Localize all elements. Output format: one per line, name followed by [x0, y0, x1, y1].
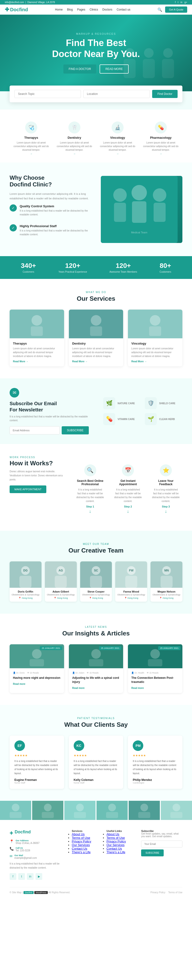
footer-useful-title: Useful Links: [107, 829, 134, 832]
nav-pages[interactable]: Pages: [77, 8, 85, 11]
footer-service-link[interactable]: About Us: [72, 832, 85, 836]
footer-yt-icon[interactable]: ▶: [35, 873, 42, 880]
search-location-input[interactable]: [83, 90, 150, 98]
nav-clinics[interactable]: Clinics: [90, 8, 98, 11]
footer-fb-icon[interactable]: f: [10, 873, 16, 880]
service-card-link[interactable]: Read More →: [13, 360, 28, 363]
service-card-image: [69, 310, 123, 338]
svg-point-21: [150, 315, 160, 326]
newsletter-desc: It is a long established fact that a rea…: [10, 415, 89, 422]
footer-privacy-link[interactable]: Privacy Policy: [150, 891, 165, 894]
footer-service-link[interactable]: Privacy Policy: [72, 840, 91, 843]
team-card-image: DG: [10, 562, 42, 588]
service-card-link[interactable]: Read More →: [72, 360, 88, 363]
gallery-item[interactable]: [161, 801, 192, 820]
team-card-name: Doris Griffin: [11, 590, 40, 593]
svg-text:MN: MN: [164, 569, 169, 572]
stats-bar: 340+ Customers 120+ Years Practical Expe…: [0, 256, 192, 279]
footer-service-link[interactable]: There's a Life: [72, 850, 91, 854]
gallery-item[interactable]: [0, 801, 31, 820]
quote-button[interactable]: Get A Quote: [165, 6, 187, 13]
newsletter-email-input[interactable]: [10, 426, 60, 434]
article-image: 25 JANUARY 2021: [69, 644, 123, 668]
navbar: ✚ Docfind Home Blog Pages Clinics Doctor…: [0, 5, 192, 14]
team-card: FW Fanna Wood Obstetricians & Gynaecolog…: [115, 562, 147, 602]
find-doctor-search-button[interactable]: Find Doctor: [152, 90, 178, 98]
footer-useful-link[interactable]: Terms of Use: [107, 836, 125, 840]
social-fb[interactable]: f: [175, 1, 176, 3]
search-icon[interactable]: 🔍: [157, 8, 162, 12]
team-card-location: 📍 Hong Kong: [117, 597, 145, 599]
service-card-image: [128, 310, 182, 338]
newsletter-icon-item: 💊 VITAMIN CARE: [103, 413, 141, 425]
mail-icon: ✉: [10, 388, 19, 398]
footer-service-link[interactable]: Contact Us: [72, 847, 87, 850]
gallery-item[interactable]: [32, 801, 63, 820]
footer-useful-link[interactable]: About Us: [107, 832, 119, 836]
step-number: Step 3: [152, 505, 180, 508]
article-meta: 👤 Dr. Adam 👁 1k Reads: [72, 671, 120, 674]
svg-point-48: [12, 803, 19, 811]
logo[interactable]: ✚ Docfind: [5, 6, 28, 13]
nav-home[interactable]: Home: [55, 8, 62, 11]
footer-useful-link[interactable]: Contact Us: [107, 847, 122, 850]
service-card-desc: Lorem ipsum dolor sit amet consectetur a…: [72, 347, 120, 358]
search-topic-input[interactable]: [14, 90, 81, 98]
footer-useful-link[interactable]: Privacy Policy: [107, 840, 126, 843]
why-feature-desc: It is a long established fact that a rea…: [20, 209, 91, 216]
nav-blog[interactable]: Blog: [67, 8, 73, 11]
service-card-link[interactable]: Read More →: [131, 360, 147, 363]
svg-point-60: [141, 803, 148, 811]
article-read-more-link[interactable]: Read more: [131, 687, 144, 689]
social-in[interactable]: in: [181, 1, 182, 3]
gallery-item[interactable]: [64, 801, 96, 820]
newsletter-icon-label: NATURE CARE: [118, 402, 135, 405]
team-card-body: Adam Gilbert Obstetricians & Gynaecology…: [45, 588, 77, 602]
how-step: 🔍 Search Best Online Professional It is …: [74, 460, 107, 519]
svg-point-51: [44, 803, 51, 811]
article-read-more-link[interactable]: Read more: [13, 682, 26, 685]
team-card-image: MN: [150, 562, 182, 588]
hero-content: Markup & Resources Find The BestDoctor N…: [47, 23, 145, 83]
article-date: 25 JANUARY 2021: [99, 646, 122, 650]
team-card-body: Fanna Wood Obstetricians & Gynaecology 📍…: [115, 588, 147, 602]
stat-number: 120+: [58, 262, 87, 270]
footer-address: 📍 Our Address Shop 214/ao, A-36067: [10, 839, 64, 845]
footer-useful-link[interactable]: There's a Life: [107, 850, 125, 854]
footer: ✚ Docfind 📍 Our Address Shop 214/ao, A-3…: [0, 820, 192, 899]
article-card: 25 JANUARY 2021 👤 Dr. Health 👁 1k Reads …: [128, 644, 182, 693]
newsletter-subscribe-button[interactable]: SUBSCRIBE: [62, 426, 89, 434]
social-tw[interactable]: t: [178, 1, 178, 3]
svg-text:FW: FW: [129, 569, 133, 572]
svg-rect-46: [148, 659, 163, 667]
article-read-more-link[interactable]: Read more: [72, 687, 85, 689]
article-reads: 👁 1k Reads: [147, 671, 158, 674]
newsletter-title: Subscribe Our EmailFor Newsletter: [10, 400, 89, 413]
service-card-desc: Lorem ipsum dolor sit amet consectetur a…: [13, 347, 61, 358]
service-icon-link[interactable]: →: [160, 153, 162, 155]
service-card-body: Vincology Lorem ipsum dolor sit amet con…: [128, 338, 182, 366]
make-appointment-button[interactable]: MAKE APPOINTMENT: [10, 485, 46, 493]
nav-doctors[interactable]: Doctors: [102, 8, 112, 11]
gallery-item[interactable]: [129, 801, 160, 820]
service-icon-link[interactable]: →: [30, 153, 32, 155]
nav-contact[interactable]: Contact us: [117, 8, 130, 11]
read-more-button[interactable]: READ MORE: [99, 64, 129, 73]
team-card-role: Obstetricians & Gynaecology: [82, 593, 110, 596]
footer-in-icon[interactable]: in: [27, 873, 34, 880]
footer-tw-icon[interactable]: t: [18, 873, 25, 880]
find-doctor-button[interactable]: FIND A DOCTOR: [63, 64, 96, 73]
why-feature: ✓ Quality Control System It is a long es…: [10, 204, 91, 220]
footer-useful-link[interactable]: Our Services: [107, 843, 125, 847]
service-icon-link[interactable]: →: [117, 153, 119, 155]
service-icon-link[interactable]: →: [73, 153, 75, 155]
footer-email-input[interactable]: [141, 840, 182, 848]
article-title: Having more night and depression: [13, 676, 61, 680]
svg-rect-22: [149, 326, 161, 336]
footer-terms-link[interactable]: Terms of Use: [168, 891, 182, 894]
footer-service-link[interactable]: Our Services: [72, 843, 90, 847]
social-gp[interactable]: g+: [184, 1, 187, 3]
gallery-item[interactable]: [96, 801, 128, 820]
footer-subscribe-button[interactable]: SUBSCRIBE: [141, 850, 164, 856]
footer-service-link[interactable]: Terms of Use: [72, 836, 90, 840]
